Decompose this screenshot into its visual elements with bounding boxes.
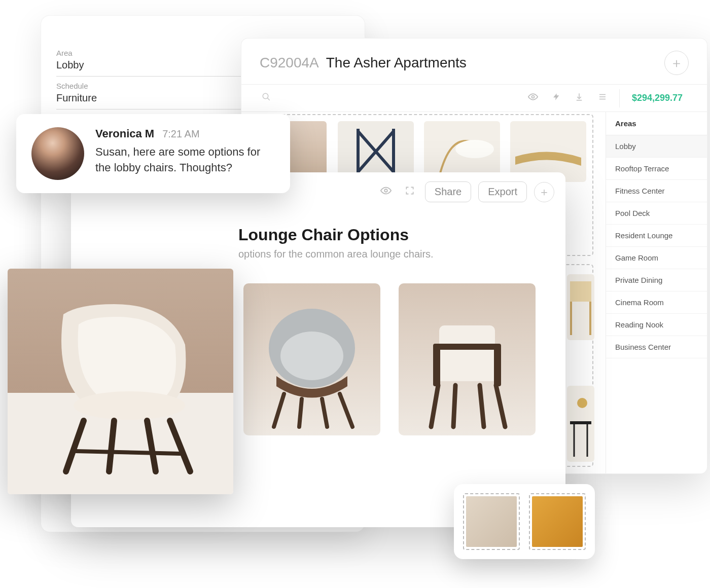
project-title: The Asher Apartments <box>326 55 664 71</box>
option-chair-2[interactable] <box>243 283 380 435</box>
areas-panel: Areas Lobby Rooftop Terrace Fitness Cent… <box>606 112 707 473</box>
swatch-2[interactable] <box>529 493 586 550</box>
svg-line-24 <box>322 399 327 427</box>
project-header: C92004A The Asher Apartments ＋ <box>241 39 707 85</box>
toolbar-divider <box>619 89 620 107</box>
svg-rect-15 <box>570 421 591 424</box>
svg-point-10 <box>455 140 494 158</box>
svg-line-37 <box>109 421 114 471</box>
svg-line-22 <box>340 394 352 427</box>
swatch-fill <box>466 496 517 547</box>
comment-author: Veronica M <box>95 127 154 140</box>
add-button[interactable]: ＋ <box>664 51 689 75</box>
svg-rect-27 <box>433 346 440 386</box>
area-item-business-center[interactable]: Business Center <box>606 336 707 358</box>
svg-rect-28 <box>494 346 501 386</box>
area-item-reading-nook[interactable]: Reading Nook <box>606 314 707 336</box>
svg-point-20 <box>280 332 343 380</box>
project-code: C92004A <box>260 55 319 71</box>
avatar <box>31 127 84 180</box>
area-item-rooftop-terrace[interactable]: Rooftop Terrace <box>606 158 707 180</box>
svg-point-0 <box>263 93 268 99</box>
modal-title: Lounge Chair Options <box>238 226 535 244</box>
area-item-private-dining[interactable]: Private Dining <box>606 269 707 291</box>
swatch-card <box>454 484 595 559</box>
option-chair-3[interactable] <box>399 283 536 435</box>
areas-header: Areas <box>606 112 707 135</box>
modal-subtitle: options for the common area lounge chair… <box>238 248 535 260</box>
svg-point-14 <box>577 398 587 408</box>
svg-line-33 <box>480 385 484 427</box>
swatch-fill <box>532 496 583 547</box>
export-button[interactable]: Export <box>478 181 527 202</box>
area-item-lobby[interactable]: Lobby <box>606 135 707 158</box>
list-icon[interactable] <box>598 92 607 104</box>
area-item-fitness-center[interactable]: Fitness Center <box>606 180 707 202</box>
svg-rect-29 <box>433 344 501 350</box>
download-icon[interactable] <box>575 92 584 104</box>
search-icon[interactable] <box>262 92 271 104</box>
comment-card: Veronica M 7:21 AM Susan, here are some … <box>16 114 290 193</box>
area-item-game-room[interactable]: Game Room <box>606 247 707 269</box>
plus-icon: ＋ <box>539 185 550 200</box>
moodboard-thumb[interactable] <box>567 386 594 462</box>
plus-icon: ＋ <box>670 54 683 72</box>
eye-icon[interactable] <box>377 182 395 202</box>
expand-icon[interactable] <box>402 182 418 201</box>
hero-chair-card[interactable] <box>8 269 233 494</box>
area-item-cinema-room[interactable]: Cinema Room <box>606 291 707 314</box>
project-amount: $294,299.77 <box>632 93 683 103</box>
svg-line-30 <box>431 385 438 427</box>
swatch-1[interactable] <box>463 493 520 550</box>
svg-line-39 <box>76 451 180 454</box>
svg-line-38 <box>147 421 156 471</box>
bolt-icon[interactable] <box>552 92 560 104</box>
svg-rect-11 <box>570 281 591 302</box>
add-option-button[interactable]: ＋ <box>534 182 554 202</box>
svg-line-23 <box>299 399 302 427</box>
svg-line-35 <box>66 421 84 471</box>
svg-line-21 <box>274 394 284 427</box>
project-toolbar: $294,299.77 <box>241 85 707 112</box>
area-item-resident-lounge[interactable]: Resident Lounge <box>606 225 707 247</box>
eye-icon[interactable] <box>528 92 538 104</box>
svg-line-36 <box>170 421 190 471</box>
svg-rect-26 <box>437 366 498 381</box>
svg-point-2 <box>531 96 534 98</box>
comment-time: 7:21 AM <box>162 128 199 140</box>
moodboard-thumb[interactable] <box>567 274 594 340</box>
area-item-pool-deck[interactable]: Pool Deck <box>606 202 707 225</box>
modal-heading: Lounge Chair Options options for the com… <box>71 205 565 265</box>
svg-line-32 <box>453 385 455 427</box>
comment-message: Susan, here are some options for the lob… <box>95 144 275 176</box>
share-button[interactable]: Share <box>425 181 471 202</box>
svg-line-1 <box>267 98 270 100</box>
svg-line-31 <box>496 385 505 427</box>
svg-point-18 <box>384 189 387 192</box>
svg-point-34 <box>74 391 185 420</box>
